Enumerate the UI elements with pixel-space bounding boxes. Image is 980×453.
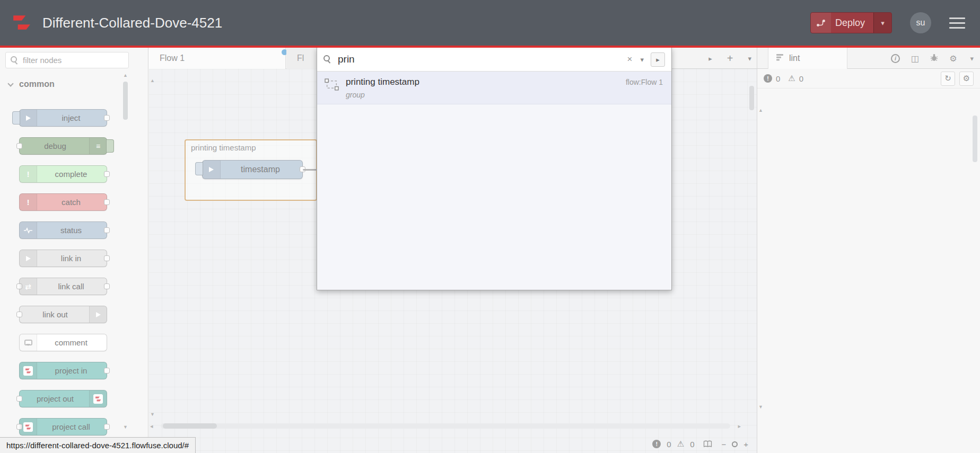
search-expand-button[interactable]: ▸ (651, 52, 665, 67)
canvas-footer: ! 0 ⚠ 0 − + (652, 439, 748, 449)
palette-category-common[interactable]: common (8, 79, 55, 89)
warning-icon[interactable]: ⚠ (677, 439, 684, 449)
browser-status-url: https://different-collared-dove-4521.flo… (0, 437, 196, 453)
clear-search-icon[interactable]: × (627, 54, 633, 65)
link-out-icon (89, 306, 107, 323)
tabbar-actions: ▸ + ▾ (708, 48, 751, 69)
flow-list-caret-icon[interactable]: ▾ (748, 55, 751, 63)
tab-label: Fl (297, 54, 304, 63)
palette-filter[interactable] (5, 52, 129, 68)
result-flow-ref: flow:Flow 1 (626, 78, 663, 86)
sidebar-scroll-up-icon[interactable]: ▲ (757, 108, 764, 113)
inject-node-timestamp[interactable]: timestamp (202, 160, 303, 179)
palette-node-link-in[interactable]: link in (19, 250, 107, 267)
docs-book-icon[interactable]: ◫ (911, 54, 919, 64)
navigator-icon[interactable] (703, 440, 712, 448)
inject-trigger-button[interactable] (12, 111, 20, 125)
palette-node-catch[interactable]: ! catch (19, 193, 107, 211)
palette-node-link-out[interactable]: link out (19, 306, 107, 323)
lint-panel-body: ▲ ▼ (757, 89, 980, 453)
lint-settings-button[interactable]: ⚙ (959, 72, 974, 86)
deploy-options-caret[interactable]: ▾ (873, 13, 891, 33)
main-menu-icon[interactable] (949, 17, 965, 29)
tab-lint[interactable]: lint (768, 48, 847, 69)
debug-toggle-button[interactable] (106, 139, 114, 153)
node-label: complete (20, 166, 107, 182)
palette-node-list: inject debug ≡ ! complete ! catch (19, 109, 107, 436)
palette-node-project-out[interactable]: project out (19, 390, 107, 407)
sidebar-scroll-thumb[interactable] (973, 116, 977, 162)
refresh-button[interactable]: ↻ (941, 72, 955, 86)
sidebar-menu-caret-icon[interactable]: ▾ (970, 55, 974, 63)
palette-scrollbar[interactable]: ▲ ▼ (122, 73, 129, 430)
sidebar-scroll-down-icon[interactable]: ▼ (757, 405, 764, 410)
hscroll-thumb[interactable] (163, 423, 217, 429)
search-options-caret-icon[interactable]: ▾ (640, 56, 644, 64)
header: Different-Collared-Dove-4521 Deploy ▾ su (0, 0, 980, 46)
output-port (104, 368, 110, 374)
debug-bug-icon[interactable] (930, 54, 938, 64)
search-input-row: × ▾ ▸ (317, 48, 671, 72)
zoom-reset-button[interactable] (732, 441, 738, 447)
filter-nodes-input[interactable] (23, 56, 128, 65)
user-avatar[interactable]: su (910, 12, 931, 33)
deploy-pipeline-icon (811, 13, 831, 33)
palette-node-project-call[interactable]: project call (19, 418, 107, 436)
zoom-out-button[interactable]: − (721, 440, 726, 449)
result-title: printing timestamp (346, 77, 626, 87)
palette-node-debug[interactable]: debug ≡ (19, 137, 107, 155)
scroll-down-icon[interactable]: ▼ (122, 425, 129, 430)
result-main: printing timestamp flow:Flow 1 group (346, 77, 663, 99)
instance-title: Different-Collared-Dove-4521 (42, 15, 222, 31)
palette-node-project-in[interactable]: project in (19, 362, 107, 379)
error-count-icon[interactable]: ! (652, 440, 661, 448)
info-icon[interactable]: i (891, 54, 900, 63)
output-port (104, 199, 110, 205)
zoom-in-button[interactable]: + (743, 440, 748, 449)
palette-scroll-thumb[interactable] (123, 82, 128, 120)
lint-tab-icon (776, 54, 784, 63)
debug-icon: ≡ (89, 138, 107, 154)
lint-toolbar-buttons: ↻ ⚙ (941, 72, 974, 86)
sidebar-tab-label: lint (789, 54, 800, 63)
lint-error-count: 0 (776, 74, 780, 83)
sidebar-tabbar: lint i ◫ ⚙ ▾ (757, 48, 980, 69)
palette-node-status[interactable]: status (19, 221, 107, 239)
canvas-error-count: 0 (667, 440, 671, 449)
output-port (104, 255, 110, 261)
deploy-button[interactable]: Deploy ▾ (810, 12, 892, 33)
tab-scroll-right-icon[interactable]: ▸ (708, 55, 712, 63)
tab-flow-1[interactable]: Flow 1 (149, 48, 286, 69)
search-result-item[interactable]: printing timestamp flow:Flow 1 group (317, 72, 671, 104)
palette-node-link-call[interactable]: ⇄ link call (19, 278, 107, 295)
scroll-up-icon[interactable]: ▲ (122, 73, 129, 78)
inject-trigger-button[interactable] (195, 162, 203, 175)
node-label: project in (20, 362, 107, 379)
palette-node-inject[interactable]: inject (19, 109, 107, 127)
search-input[interactable] (338, 54, 627, 65)
canvas-scroll-down-icon[interactable]: ▼ (149, 412, 156, 417)
hscroll-track[interactable] (161, 423, 730, 429)
node-label: link in (20, 250, 107, 267)
flowfuse-logo-icon[interactable] (12, 13, 32, 33)
palette-node-comment[interactable]: comment (19, 334, 107, 351)
node-label: catch (20, 194, 107, 210)
scroll-right-icon[interactable]: ▸ (738, 423, 741, 430)
search-panel: × ▾ ▸ printing timestamp flow:Flow 1 gro… (317, 48, 672, 290)
workspace: common inject debug ≡ ! complete ! (0, 48, 980, 453)
right-sidebar: lint i ◫ ⚙ ▾ ! 0 ⚠ 0 ↻ ⚙ ▲ (757, 48, 980, 453)
canvas-hscrollbar[interactable]: ◂ ▸ (150, 422, 741, 430)
add-flow-button[interactable]: + (727, 52, 733, 65)
error-count-icon: ! (764, 74, 772, 83)
warning-icon: ⚠ (788, 74, 795, 83)
project-out-icon (89, 390, 107, 407)
canvas-scroll-up-icon[interactable]: ▲ (149, 78, 156, 83)
search-icon (11, 56, 19, 64)
scroll-left-icon[interactable]: ◂ (150, 423, 153, 430)
palette-node-complete[interactable]: ! complete (19, 165, 107, 183)
palette: common inject debug ≡ ! complete ! (0, 48, 148, 453)
settings-gear-icon[interactable]: ⚙ (949, 54, 957, 64)
caret-down-icon: ▾ (881, 19, 885, 27)
canvas-vscroll-thumb[interactable] (749, 86, 754, 110)
group-label: printing timestamp (186, 140, 316, 152)
